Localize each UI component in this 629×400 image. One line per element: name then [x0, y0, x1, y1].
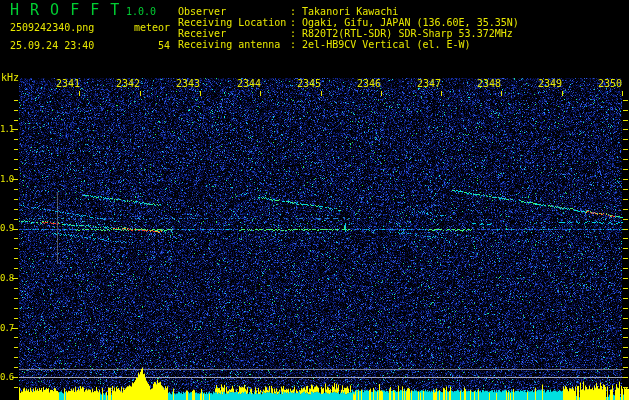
freq-tick-label: 1.1 [0, 124, 13, 134]
file-row: 2509242340.png meteor [10, 20, 160, 38]
datetime-row: 25.09.24 23:40 54 [10, 38, 160, 55]
freq-tick-label: 0.8 [0, 273, 13, 283]
colon-separator: : [290, 28, 302, 39]
time-tick-label: 2342 [98, 78, 158, 89]
time-tick-label: 2341 [38, 78, 98, 89]
hrofft-screen: H R O F F T 1.0.0 2509242340.png meteor … [0, 0, 629, 400]
app-title: H R O F F T [10, 3, 120, 18]
station-info-row: Receiving antenna: 2el-HB9CV Vertical (e… [178, 39, 519, 50]
station-info: Observer: Takanori KawachiReceiving Loca… [178, 6, 519, 50]
time-tick-label: 2349 [520, 78, 580, 89]
header-left: H R O F F T 1.0.0 2509242340.png meteor … [10, 3, 160, 55]
colon-separator: : [290, 39, 302, 50]
station-info-label: Observer [178, 6, 290, 17]
time-tick-label: 2347 [399, 78, 459, 89]
filename: 2509242340.png [10, 23, 94, 33]
station-info-row: Receiving Location: Ogaki, Gifu, JAPAN (… [178, 17, 519, 28]
station-info-label: Receiver [178, 28, 290, 39]
station-info-value: 2el-HB9CV Vertical (el. E-W) [302, 39, 471, 50]
station-info-row: Observer: Takanori Kawachi [178, 6, 519, 17]
station-info-label: Receiving Location [178, 17, 290, 28]
app-version: 1.0.0 [126, 7, 156, 17]
station-info-value: Ogaki, Gifu, JAPAN (136.60E, 35.35N) [302, 17, 519, 28]
colon-separator: : [290, 17, 302, 28]
spectrogram-canvas [0, 0, 629, 400]
colon-separator: : [290, 6, 302, 17]
freq-unit-label: kHz [1, 73, 19, 83]
time-tick-label: 2345 [279, 78, 339, 89]
station-info-label: Receiving antenna [178, 39, 290, 50]
time-tick-label: 2344 [219, 78, 279, 89]
title-row: H R O F F T 1.0.0 [10, 3, 160, 20]
freq-tick-label: 0.6 [0, 372, 13, 382]
mode-label: meteor [134, 23, 170, 33]
freq-tick-label: 0.7 [0, 323, 13, 333]
time-tick-label: 2343 [158, 78, 218, 89]
station-info-row: Receiver: R820T2(RTL-SDR) SDR-Sharp 53.3… [178, 28, 519, 39]
time-tick-label: 2350 [580, 78, 629, 89]
time-tick-label: 2346 [339, 78, 399, 89]
time-tick-label: 2348 [459, 78, 519, 89]
datetime: 25.09.24 23:40 [10, 41, 94, 51]
freq-tick-label: 1.0 [0, 174, 13, 184]
station-info-value: Takanori Kawachi [302, 6, 398, 17]
station-info-value: R820T2(RTL-SDR) SDR-Sharp 53.372MHz [302, 28, 513, 39]
echo-count: 54 [158, 41, 170, 51]
freq-tick-label: 0.9 [0, 223, 13, 233]
